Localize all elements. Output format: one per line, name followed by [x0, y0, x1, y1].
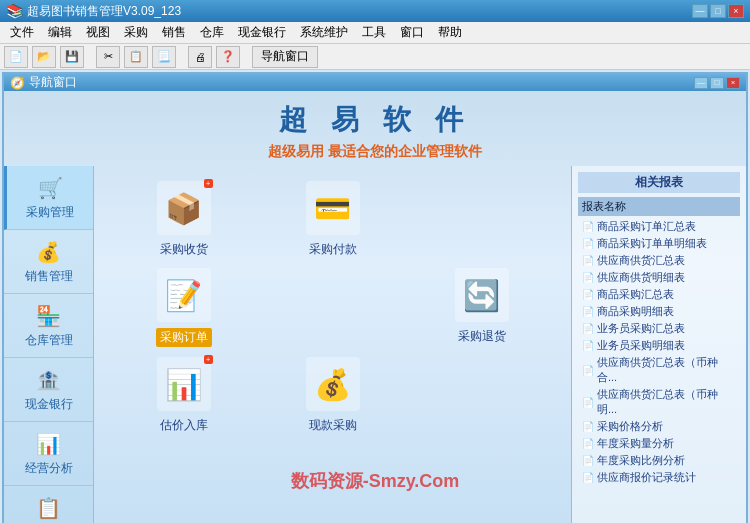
- menu-cash[interactable]: 现金银行: [232, 22, 292, 43]
- nav-minimize[interactable]: —: [694, 77, 708, 89]
- report-item-2[interactable]: 📄 供应商供货汇总表: [578, 252, 740, 269]
- menu-purchase[interactable]: 采购: [118, 22, 154, 43]
- grid-empty1: [412, 181, 551, 258]
- report-icon-5: 📄: [582, 306, 594, 317]
- sales-label: 销售管理: [25, 268, 73, 285]
- nav-maximize[interactable]: □: [710, 77, 724, 89]
- report-icon-4: 📄: [582, 289, 594, 300]
- report-icon-2: 📄: [582, 255, 594, 266]
- close-button[interactable]: ×: [728, 4, 744, 18]
- report-item-12[interactable]: 📄 年度采购比例分析: [578, 452, 740, 469]
- app-title: 超易图书销售管理V3.09_123: [27, 3, 181, 20]
- report-item-9[interactable]: 📄 供应商供货汇总表（币种明...: [578, 386, 740, 418]
- basic-icon: 📋: [35, 494, 63, 522]
- menu-bar: 文件 编辑 视图 采购 销售 仓库 现金银行 系统维护 工具 窗口 帮助: [0, 22, 750, 44]
- sidebar-item-cash[interactable]: 🏦 现金银行: [4, 358, 93, 422]
- purchase-receive-label: 采购收货: [160, 241, 208, 258]
- report-item-4[interactable]: 📄 商品采购汇总表: [578, 286, 740, 303]
- warehouse-icon: 🏪: [35, 302, 63, 330]
- grid-cash-purchase[interactable]: 💰 现款采购: [263, 357, 402, 434]
- toolbar-btn-7[interactable]: 🖨: [188, 46, 212, 68]
- sidebar-item-sales[interactable]: 💰 销售管理: [4, 230, 93, 294]
- main-window: 🧭 导航窗口 — □ × 超 易 软 件 超级易用 最适合您的企业管理软件 🛒 …: [2, 72, 748, 523]
- sidebar-item-analysis[interactable]: 📊 经营分析: [4, 422, 93, 486]
- report-item-11[interactable]: 📄 年度采购量分析: [578, 435, 740, 452]
- report-item-8[interactable]: 📄 供应商供货汇总表（币种合...: [578, 354, 740, 386]
- app-icon: 📚: [6, 3, 23, 19]
- menu-help[interactable]: 帮助: [432, 22, 468, 43]
- report-icon-8: 📄: [582, 365, 594, 376]
- grid-purchase-receive[interactable]: 📦 + 采购收货: [114, 181, 253, 258]
- menu-system[interactable]: 系统维护: [294, 22, 354, 43]
- report-item-3[interactable]: 📄 供应商供货明细表: [578, 269, 740, 286]
- purchase-order-label: 采购订单: [156, 328, 212, 347]
- menu-tools[interactable]: 工具: [356, 22, 392, 43]
- nav-window-button[interactable]: 导航窗口: [252, 46, 318, 68]
- minimize-button[interactable]: —: [692, 4, 708, 18]
- grid-purchase-return[interactable]: 🔄 采购退货: [412, 268, 551, 347]
- report-icon-0: 📄: [582, 221, 594, 232]
- grid-purchase-order[interactable]: 📝 采购订单: [114, 268, 253, 347]
- cash-icon: 🏦: [35, 366, 63, 394]
- menu-sales[interactable]: 销售: [156, 22, 192, 43]
- estimate-badge: +: [204, 355, 213, 364]
- nav-window-title: 导航窗口: [29, 74, 77, 91]
- report-item-10[interactable]: 📄 采购价格分析: [578, 418, 740, 435]
- report-icon-12: 📄: [582, 455, 594, 466]
- toolbar-btn-8[interactable]: ❓: [216, 46, 240, 68]
- sidebar: 🛒 采购管理 💰 销售管理 🏪 仓库管理 🏦 现金银行 📊 经营分: [4, 166, 94, 523]
- purchase-return-label: 采购退货: [458, 328, 506, 345]
- nav-subtitle: 超级易用 最适合您的企业管理软件: [4, 143, 746, 161]
- report-item-1[interactable]: 📄 商品采购订单单明细表: [578, 235, 740, 252]
- sales-icon: 💰: [35, 238, 63, 266]
- report-item-5[interactable]: 📄 商品采购明细表: [578, 303, 740, 320]
- panel-header: 报表名称: [578, 197, 740, 216]
- report-icon-1: 📄: [582, 238, 594, 249]
- cash-purchase-icon: 💰: [306, 357, 360, 411]
- toolbar-btn-2[interactable]: 📂: [32, 46, 56, 68]
- purchase-pay-icon: 💳: [306, 181, 360, 235]
- toolbar-btn-1[interactable]: 📄: [4, 46, 28, 68]
- nav-header: 超 易 软 件 超级易用 最适合您的企业管理软件: [4, 91, 746, 166]
- toolbar-btn-4[interactable]: ✂: [96, 46, 120, 68]
- report-icon-7: 📄: [582, 340, 594, 351]
- report-list: 📄 商品采购订单汇总表 📄 商品采购订单单明细表 📄 供应商供货汇总表 📄 供应…: [578, 218, 740, 486]
- cash-label: 现金银行: [25, 396, 73, 413]
- report-icon-9: 📄: [582, 397, 594, 408]
- toolbar: 📄 📂 💾 ✂ 📋 📃 🖨 ❓ 导航窗口: [0, 44, 750, 70]
- menu-file[interactable]: 文件: [4, 22, 40, 43]
- sidebar-item-purchase[interactable]: 🛒 采购管理: [4, 166, 93, 230]
- toolbar-btn-5[interactable]: 📋: [124, 46, 148, 68]
- report-icon-3: 📄: [582, 272, 594, 283]
- report-item-0[interactable]: 📄 商品采购订单汇总表: [578, 218, 740, 235]
- sidebar-item-warehouse[interactable]: 🏪 仓库管理: [4, 294, 93, 358]
- center-grid: 📦 + 采购收货 💳 采购付款 📝 采购订: [94, 166, 571, 523]
- report-icon-11: 📄: [582, 438, 594, 449]
- menu-edit[interactable]: 编辑: [42, 22, 78, 43]
- report-item-13[interactable]: 📄 供应商报价记录统计: [578, 469, 740, 486]
- warehouse-label: 仓库管理: [25, 332, 73, 349]
- purchase-icon: 🛒: [36, 174, 64, 202]
- nav-content: 超 易 软 件 超级易用 最适合您的企业管理软件 🛒 采购管理 💰 销售管理 🏪…: [4, 91, 746, 523]
- report-icon-6: 📄: [582, 323, 594, 334]
- nav-main-title: 超 易 软 件: [4, 101, 746, 139]
- nav-body: 🛒 采购管理 💰 销售管理 🏪 仓库管理 🏦 现金银行 📊 经营分: [4, 166, 746, 523]
- toolbar-btn-3[interactable]: 💾: [60, 46, 84, 68]
- panel-title: 相关报表: [578, 172, 740, 193]
- grid-price-estimate[interactable]: 📊 + 估价入库: [114, 357, 253, 434]
- report-item-7[interactable]: 📄 业务员采购明细表: [578, 337, 740, 354]
- maximize-button[interactable]: □: [710, 4, 726, 18]
- nav-window-controls: — □ ×: [694, 77, 740, 89]
- nav-close[interactable]: ×: [726, 77, 740, 89]
- cash-purchase-label: 现款采购: [309, 417, 357, 434]
- sidebar-item-basic[interactable]: 📋 基本资料: [4, 486, 93, 523]
- menu-view[interactable]: 视图: [80, 22, 116, 43]
- grid-purchase-pay[interactable]: 💳 采购付款: [263, 181, 402, 258]
- menu-window[interactable]: 窗口: [394, 22, 430, 43]
- toolbar-btn-6[interactable]: 📃: [152, 46, 176, 68]
- menu-warehouse[interactable]: 仓库: [194, 22, 230, 43]
- grid-empty2: [263, 268, 402, 347]
- report-item-6[interactable]: 📄 业务员采购汇总表: [578, 320, 740, 337]
- purchase-order-icon: 📝: [157, 268, 211, 322]
- purchase-pay-label: 采购付款: [309, 241, 357, 258]
